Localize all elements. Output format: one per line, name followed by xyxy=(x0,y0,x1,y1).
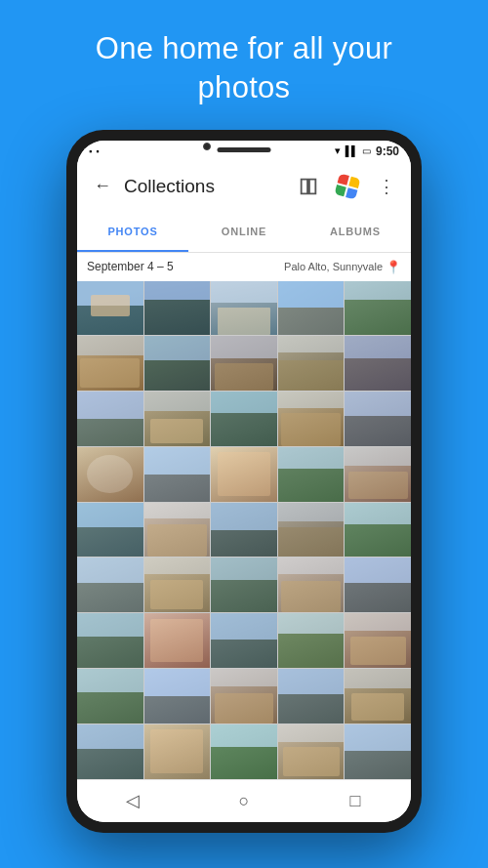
list-item[interactable] xyxy=(144,447,211,502)
list-item[interactable] xyxy=(345,669,411,723)
list-item[interactable] xyxy=(278,724,345,779)
list-item[interactable] xyxy=(278,447,345,502)
list-item[interactable] xyxy=(144,724,211,779)
location-text: Palo Alto, Sunnyvale xyxy=(284,261,383,272)
list-item[interactable] xyxy=(211,392,277,446)
tab-bar: PHOTOS ONLINE ALBUMS xyxy=(77,211,411,253)
list-item[interactable] xyxy=(278,503,345,558)
list-item[interactable] xyxy=(345,281,411,336)
list-item[interactable] xyxy=(345,724,411,779)
list-item[interactable] xyxy=(211,669,277,723)
app-bar-title: Collections xyxy=(124,176,290,197)
nav-recent-button[interactable]: □ xyxy=(331,781,380,820)
list-item[interactable] xyxy=(345,447,411,502)
date-location-bar: September 4 – 5 Palo Alto, Sunnyvale 📍 xyxy=(77,253,411,281)
list-item[interactable] xyxy=(144,558,211,612)
list-item[interactable] xyxy=(278,336,345,391)
list-item[interactable] xyxy=(77,724,143,779)
nav-bar: ◁ ○ □ xyxy=(77,779,411,822)
list-item[interactable] xyxy=(77,669,143,723)
book-icon xyxy=(298,176,319,197)
header-text: One home for all your photos xyxy=(0,0,488,130)
battery-icon: ▭ xyxy=(362,145,371,156)
tab-photos[interactable]: PHOTOS xyxy=(77,211,188,252)
back-button[interactable]: ← xyxy=(83,167,122,206)
list-item[interactable] xyxy=(77,613,143,668)
wifi-icon: ▾ xyxy=(335,145,341,157)
list-item[interactable] xyxy=(77,503,143,558)
list-item[interactable] xyxy=(211,724,277,779)
list-item[interactable] xyxy=(345,503,411,558)
list-item[interactable] xyxy=(345,558,411,612)
list-item[interactable] xyxy=(278,392,345,446)
photos-icon-button[interactable] xyxy=(329,168,366,205)
status-sim-icon: ▪ xyxy=(89,146,92,156)
list-item[interactable] xyxy=(144,669,211,723)
status-time: 9:50 xyxy=(376,145,399,158)
list-item[interactable] xyxy=(278,281,345,336)
google-photos-icon xyxy=(335,173,361,199)
list-item[interactable] xyxy=(278,558,345,612)
phone-screen: ▪ ▪ ▾ ▌▌ ▭ 9:50 ← Collections xyxy=(77,141,411,822)
book-icon-button[interactable] xyxy=(290,168,327,205)
list-item[interactable] xyxy=(345,336,411,391)
phone-frame: ▪ ▪ ▾ ▌▌ ▭ 9:50 ← Collections xyxy=(66,130,422,833)
camera xyxy=(203,143,211,150)
list-item[interactable] xyxy=(211,558,277,612)
list-item[interactable] xyxy=(144,613,211,668)
app-bar: ← Collections xyxy=(77,162,411,211)
list-item[interactable] xyxy=(144,281,211,336)
list-item[interactable] xyxy=(345,613,411,668)
nav-back-button[interactable]: ◁ xyxy=(108,781,157,820)
nav-home-button[interactable]: ○ xyxy=(220,781,268,820)
list-item[interactable] xyxy=(77,392,143,446)
list-item[interactable] xyxy=(345,392,411,446)
list-item[interactable] xyxy=(144,503,211,558)
list-item[interactable] xyxy=(77,558,143,612)
photo-grid xyxy=(77,281,411,779)
signal-icon: ▌▌ xyxy=(346,145,357,156)
status-sd-icon: ▪ xyxy=(96,146,99,156)
list-item[interactable] xyxy=(211,336,277,391)
list-item[interactable] xyxy=(77,336,143,391)
list-item[interactable] xyxy=(211,613,277,668)
app-bar-actions: ⋮ xyxy=(290,168,405,205)
list-item[interactable] xyxy=(77,281,143,336)
date-range: September 4 – 5 xyxy=(87,260,174,273)
tab-albums[interactable]: ALBUMS xyxy=(300,211,411,252)
speaker xyxy=(218,147,271,152)
list-item[interactable] xyxy=(211,503,277,558)
list-item[interactable] xyxy=(211,281,277,336)
list-item[interactable] xyxy=(278,613,345,668)
more-button[interactable]: ⋮ xyxy=(368,168,405,205)
location-pin-icon: 📍 xyxy=(386,260,401,274)
location-info: Palo Alto, Sunnyvale 📍 xyxy=(284,260,401,274)
list-item[interactable] xyxy=(211,447,277,502)
list-item[interactable] xyxy=(144,392,211,446)
list-item[interactable] xyxy=(77,447,143,502)
tab-online[interactable]: ONLINE xyxy=(188,211,300,252)
list-item[interactable] xyxy=(278,669,345,723)
list-item[interactable] xyxy=(144,336,211,391)
